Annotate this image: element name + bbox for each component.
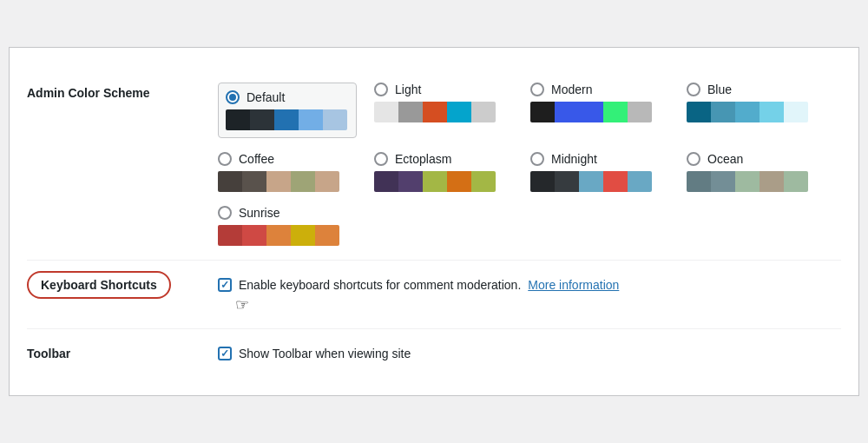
- swatch: [711, 171, 735, 192]
- swatch: [398, 171, 423, 192]
- swatch: [760, 102, 784, 122]
- swatches-blue: [687, 102, 808, 122]
- swatch: [735, 171, 760, 192]
- toolbar-label: Toolbar: [27, 343, 218, 360]
- radio-ectoplasm[interactable]: [374, 152, 388, 166]
- radio-midnight[interactable]: [530, 152, 544, 166]
- more-info-link[interactable]: More information: [528, 278, 619, 292]
- radio-blue[interactable]: [687, 83, 700, 96]
- swatch: [471, 102, 496, 122]
- radio-light[interactable]: [374, 83, 388, 96]
- swatches-midnight: [530, 171, 652, 192]
- swatch: [291, 171, 315, 192]
- keyboard-shortcuts-label: Keyboard Shortcuts: [27, 271, 171, 299]
- toolbar-row: Toolbar ✓ Show Toolbar when viewing site: [27, 329, 841, 374]
- radio-coffee[interactable]: [218, 152, 232, 166]
- radio-sunrise[interactable]: [218, 206, 232, 220]
- swatches-ectoplasm: [374, 171, 496, 192]
- swatches-default: [226, 109, 347, 130]
- swatch: [266, 225, 291, 246]
- color-scheme-modern[interactable]: Modern: [530, 83, 669, 138]
- color-scheme-midnight[interactable]: Midnight: [530, 152, 669, 192]
- scheme-name-ectoplasm: Ectoplasm: [395, 152, 451, 166]
- admin-color-scheme-row: Admin Color Scheme DefaultLightModernBlu…: [27, 69, 841, 261]
- color-scheme-sunrise[interactable]: Sunrise: [218, 206, 357, 246]
- color-scheme-light[interactable]: Light: [374, 83, 513, 138]
- color-scheme-grid: DefaultLightModernBlueCoffeeEctoplasmMid…: [218, 83, 841, 246]
- radio-ocean[interactable]: [687, 152, 700, 166]
- radio-modern[interactable]: [530, 83, 544, 96]
- swatch: [471, 171, 496, 192]
- swatch: [374, 171, 398, 192]
- keyboard-shortcuts-label-wrapper: Keyboard Shortcuts: [27, 274, 218, 292]
- swatch: [711, 102, 735, 122]
- keyboard-shortcuts-content: ✓ Enable keyboard shortcuts for comment …: [218, 274, 841, 314]
- swatches-sunrise: [218, 225, 339, 246]
- radio-default[interactable]: [226, 90, 240, 104]
- toolbar-checkmark-icon: ✓: [220, 348, 229, 359]
- keyboard-shortcuts-checkbox-row: ✓ Enable keyboard shortcuts for comment …: [218, 278, 841, 292]
- swatch: [274, 109, 299, 130]
- cursor-pointer-icon: ☞: [235, 295, 249, 314]
- toolbar-checkbox-label: Show Toolbar when viewing site: [239, 347, 411, 360]
- color-scheme-content: DefaultLightModernBlueCoffeeEctoplasmMid…: [218, 83, 841, 246]
- scheme-name-ocean: Ocean: [707, 152, 743, 166]
- swatch: [603, 102, 628, 122]
- swatch: [628, 102, 652, 122]
- scheme-name-blue: Blue: [707, 83, 732, 96]
- toolbar-checkbox[interactable]: ✓: [218, 347, 232, 360]
- swatch: [760, 171, 784, 192]
- color-scheme-blue[interactable]: Blue: [687, 83, 825, 138]
- swatch: [687, 171, 711, 192]
- swatches-modern: [530, 102, 652, 122]
- color-scheme-ocean[interactable]: Ocean: [687, 152, 825, 192]
- swatch: [555, 171, 579, 192]
- color-scheme-ectoplasm[interactable]: Ectoplasm: [374, 152, 513, 192]
- swatches-light: [374, 102, 496, 122]
- settings-container: Admin Color Scheme DefaultLightModernBlu…: [9, 47, 859, 396]
- swatch: [579, 171, 603, 192]
- color-scheme-coffee[interactable]: Coffee: [218, 152, 357, 192]
- swatch: [423, 171, 447, 192]
- swatch: [315, 225, 339, 246]
- keyboard-shortcuts-checkbox-label: Enable keyboard shortcuts for comment mo…: [239, 278, 521, 292]
- swatch: [579, 102, 603, 122]
- color-scheme-default[interactable]: Default: [218, 83, 357, 138]
- swatches-ocean: [687, 171, 808, 192]
- swatch: [299, 109, 323, 130]
- swatch: [242, 225, 266, 246]
- admin-color-scheme-label: Admin Color Scheme: [27, 83, 218, 100]
- scheme-name-modern: Modern: [551, 83, 592, 96]
- swatch: [423, 102, 447, 122]
- scheme-name-sunrise: Sunrise: [239, 206, 279, 220]
- swatch: [603, 171, 628, 192]
- swatch: [447, 102, 471, 122]
- swatch: [687, 102, 711, 122]
- keyboard-shortcuts-row: Keyboard Shortcuts ✓ Enable keyboard sho…: [27, 261, 841, 329]
- swatch: [398, 102, 423, 122]
- checkmark-icon: ✓: [220, 280, 229, 290]
- swatch: [374, 102, 398, 122]
- keyboard-shortcuts-checkbox[interactable]: ✓: [218, 278, 232, 292]
- toolbar-content: ✓ Show Toolbar when viewing site: [218, 343, 841, 360]
- swatches-coffee: [218, 171, 339, 192]
- swatch: [447, 171, 471, 192]
- swatch: [784, 102, 808, 122]
- swatch: [242, 171, 266, 192]
- scheme-name-coffee: Coffee: [239, 152, 274, 166]
- swatch: [226, 109, 250, 130]
- swatch: [250, 109, 274, 130]
- scheme-name-default: Default: [247, 90, 285, 104]
- swatch: [735, 102, 760, 122]
- swatch: [555, 102, 579, 122]
- scheme-name-midnight: Midnight: [551, 152, 597, 166]
- swatch: [323, 109, 347, 130]
- swatch: [628, 171, 652, 192]
- swatch: [530, 102, 555, 122]
- swatch: [291, 225, 315, 246]
- swatch: [315, 171, 339, 192]
- toolbar-checkbox-row: ✓ Show Toolbar when viewing site: [218, 347, 841, 360]
- swatch: [266, 171, 291, 192]
- scheme-name-light: Light: [395, 83, 421, 96]
- swatch: [218, 225, 242, 246]
